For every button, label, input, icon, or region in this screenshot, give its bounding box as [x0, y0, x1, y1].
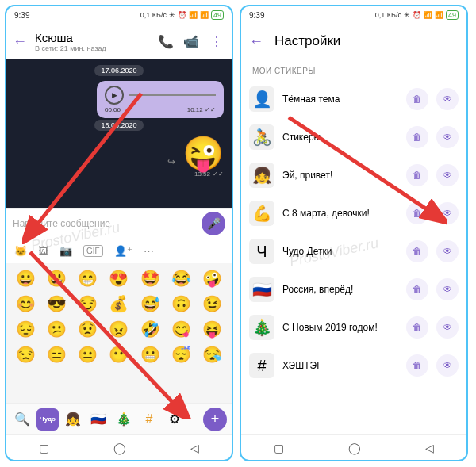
visibility-icon[interactable]: 👁 [436, 240, 459, 262]
emoji-item[interactable]: 😠 [109, 320, 129, 339]
nav-home[interactable]: ◯ [348, 442, 361, 454]
gallery-icon[interactable]: 🖼 [38, 245, 48, 257]
chat-body: 17.06.2020 ▶ 00:06 10:12 ✓✓ 18.06.2020 ↪… [6, 59, 232, 208]
sticker-pack-row[interactable]: 👤 Тёмная тема 🗑 👁 [241, 80, 466, 118]
pack-tab-chudo[interactable]: Чудо [36, 408, 59, 431]
emoji-item[interactable]: 😊 [16, 294, 36, 313]
emoji-item[interactable]: 😍 [109, 269, 129, 288]
chat-title-block[interactable]: Ксюша В сети: 21 мин. назад [35, 31, 149, 52]
back-icon[interactable]: ← [249, 33, 263, 50]
status-time: 9:39 [14, 11, 29, 20]
pack-name: Тёмная тема [282, 94, 398, 105]
emoji-item[interactable]: 😃 [47, 269, 67, 288]
emoji-item[interactable]: 😁 [78, 269, 98, 288]
pack-tab[interactable]: 👧 [62, 408, 84, 431]
emoji-item[interactable]: 😪 [202, 345, 222, 364]
nav-back[interactable]: ◁ [190, 442, 199, 454]
delete-icon[interactable]: 🗑 [406, 240, 428, 262]
emoji-item[interactable]: 😐 [78, 345, 98, 364]
pack-thumb: Ч [249, 239, 274, 264]
delete-icon[interactable]: 🗑 [406, 354, 428, 377]
nav-recent[interactable]: ▢ [39, 442, 49, 454]
visibility-icon[interactable]: 👁 [436, 88, 459, 110]
sticker-panel-icon[interactable]: 🐱 [14, 245, 27, 257]
delete-icon[interactable]: 🗑 [406, 202, 428, 224]
emoji-item[interactable]: 😀 [16, 269, 36, 288]
emoji-item[interactable]: 😒 [16, 345, 36, 364]
share-icon[interactable]: ↪ [167, 156, 175, 167]
visibility-icon[interactable]: 👁 [436, 164, 459, 186]
back-icon[interactable]: ← [13, 33, 27, 50]
status-icons: 0,1 КБ/с✳⏰📶📶49 [140, 10, 224, 20]
emoji-item[interactable]: 😬 [140, 345, 160, 364]
delete-icon[interactable]: 🗑 [406, 164, 428, 186]
visibility-icon[interactable]: 👁 [436, 278, 459, 300]
video-icon[interactable]: 📹 [182, 34, 200, 49]
phone-left: 9:39 0,1 КБ/с✳⏰📶📶49 ← Ксюша В сети: 21 м… [5, 5, 233, 461]
emoji-item[interactable]: 😑 [47, 345, 67, 364]
message-input[interactable]: Напишите сообщение [13, 218, 197, 229]
nav-back[interactable]: ◁ [425, 442, 434, 454]
sticker-pack-row[interactable]: Ч Чудо Детки 🗑 👁 [241, 232, 466, 270]
emoji-item[interactable]: 😎 [47, 294, 67, 313]
mention-icon[interactable]: 👤⁺ [114, 245, 132, 257]
camera-icon[interactable]: 📷 [60, 245, 72, 257]
delete-icon[interactable]: 🗑 [406, 278, 428, 300]
mic-button[interactable]: 🎤 [202, 212, 225, 235]
pack-tab[interactable]: # [138, 408, 160, 431]
android-nav: ▢ ◯ ◁ [241, 434, 466, 460]
emoji-item[interactable]: 🤪 [202, 269, 222, 288]
settings-title: Настройки [274, 33, 340, 49]
visibility-icon[interactable]: 👁 [436, 354, 459, 377]
emoji-item[interactable]: 😝 [202, 320, 222, 339]
more-attach-icon[interactable]: ⋯ [144, 245, 154, 257]
emoji-item[interactable]: 😏 [78, 294, 98, 313]
emoji-item[interactable]: 😔 [16, 320, 36, 339]
pack-name: Чудо Детки [282, 246, 398, 257]
search-icon[interactable]: 🔍 [11, 408, 33, 431]
sticker-pack-row[interactable]: 👧 Эй, привет! 🗑 👁 [241, 156, 466, 194]
emoji-item[interactable]: 🙃 [171, 294, 191, 313]
sticker-pack-row[interactable]: # ХЭШТЭГ 🗑 👁 [241, 346, 466, 385]
gif-icon[interactable]: GIF [83, 245, 103, 257]
sticker-pack-row[interactable]: 🚴 Стикеры 🗑 👁 [241, 118, 466, 156]
sticker-pack-tabs: 🔍 Чудо 👧 🇷🇺 🎄 # ⚙ + [6, 403, 232, 434]
visibility-icon[interactable]: 👁 [436, 316, 459, 339]
sticker-pack-row[interactable]: 🇷🇺 Россия, вперёд! 🗑 👁 [241, 270, 466, 308]
more-icon[interactable]: ⋮ [208, 34, 225, 49]
sticker-message: ↪ 😜 13:52✓✓ [167, 137, 224, 178]
pack-tab[interactable]: 🇷🇺 [87, 408, 109, 431]
add-pack-button[interactable]: + [203, 408, 227, 431]
emoji-item[interactable]: 😅 [140, 294, 160, 313]
emoji-item[interactable]: 😴 [171, 345, 191, 364]
play-icon[interactable]: ▶ [105, 86, 124, 105]
chat-header: ← Ксюша В сети: 21 мин. назад 📞 📹 ⋮ [6, 24, 232, 59]
pack-thumb: 👧 [249, 163, 274, 188]
pack-tab[interactable]: 🎄 [113, 408, 135, 431]
delete-icon[interactable]: 🗑 [406, 88, 428, 110]
sticker-pack-row[interactable]: 🎄 С Новым 2019 годом! 🗑 👁 [241, 308, 466, 346]
sticker-pack-row[interactable]: 💪 С 8 марта, девочки! 🗑 👁 [241, 194, 466, 232]
call-icon[interactable]: 📞 [157, 34, 175, 49]
emoji-item[interactable]: 😟 [78, 320, 98, 339]
visibility-icon[interactable]: 👁 [436, 202, 459, 224]
visibility-icon[interactable]: 👁 [436, 126, 459, 148]
date-chip: 17.06.2020 [94, 65, 143, 76]
emoji-item[interactable]: 🤣 [140, 320, 160, 339]
emoji-item[interactable]: 💰 [109, 294, 129, 313]
pack-name: С Новым 2019 годом! [282, 322, 398, 333]
emoji-item[interactable]: 😋 [171, 320, 191, 339]
nav-home[interactable]: ◯ [113, 442, 126, 454]
gear-icon[interactable]: ⚙ [163, 408, 186, 431]
emoji-item[interactable]: 😕 [47, 320, 67, 339]
voice-message[interactable]: ▶ 00:06 10:12 ✓✓ [97, 81, 224, 118]
section-label: МОИ СТИКЕРЫ [241, 59, 466, 80]
emoji-item[interactable]: 🤩 [140, 269, 160, 288]
emoji-item[interactable]: 😶 [109, 345, 129, 364]
emoji-item[interactable]: 😂 [171, 269, 191, 288]
emoji-item[interactable]: 😉 [202, 294, 222, 313]
nav-recent[interactable]: ▢ [274, 442, 284, 454]
phone-right: 9:39 0,1 КБ/с✳⏰📶📶49 ← Настройки МОИ СТИК… [240, 5, 468, 461]
delete-icon[interactable]: 🗑 [406, 316, 428, 339]
delete-icon[interactable]: 🗑 [406, 126, 428, 148]
